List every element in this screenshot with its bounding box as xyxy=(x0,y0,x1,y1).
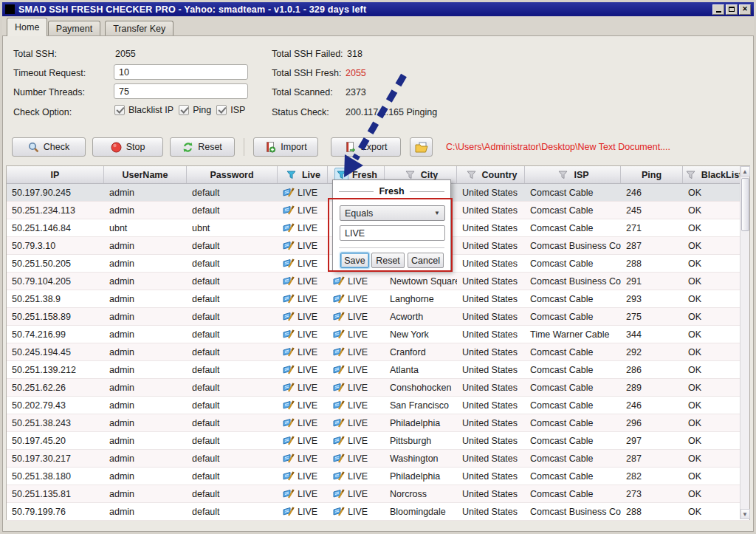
number-threads-input[interactable] xyxy=(114,83,248,99)
filter-funnel-icon-live[interactable] xyxy=(284,168,298,182)
cell-live: LIVE xyxy=(278,379,328,396)
filter-funnel-icon-blacklist[interactable] xyxy=(684,168,698,182)
cell-city: Washington xyxy=(385,450,457,467)
export-button[interactable]: Export xyxy=(331,137,401,157)
cell-fresh: LIVE xyxy=(328,432,385,449)
close-button[interactable]: ✕ xyxy=(739,4,751,15)
cell-password: default xyxy=(187,450,278,467)
vertical-scrollbar[interactable]: ▲ ▼ xyxy=(740,166,749,519)
cell-blacklist: OK xyxy=(683,184,743,201)
maximize-button[interactable] xyxy=(726,4,738,15)
cell-ping: 288 xyxy=(621,255,683,272)
total-ssh-value: 2055 xyxy=(115,49,136,59)
button-label: Export xyxy=(360,142,387,152)
cell-username: admin xyxy=(104,379,187,396)
cell-isp: Comcast Business Com... xyxy=(525,237,621,254)
tab-transfer-key[interactable]: Transfer Key xyxy=(105,21,173,36)
reset-button[interactable]: Reset xyxy=(170,137,235,157)
cell-ip: 50.251.135.81 xyxy=(7,485,104,502)
table-row[interactable]: 50.197.45.20admindefaultLIVELIVEPittsbur… xyxy=(7,432,749,450)
cell-ping: 287 xyxy=(621,237,683,254)
cell-blacklist: OK xyxy=(683,237,743,254)
table-row[interactable]: 50.202.79.43admindefaultLIVELIVESan Fran… xyxy=(7,397,749,414)
live-status-icon xyxy=(333,489,345,499)
cell-isp: Comcast Business Com... xyxy=(525,273,621,290)
tab-payment[interactable]: Payment xyxy=(48,21,100,36)
filter-cancel-button[interactable]: Cancel xyxy=(408,253,444,268)
table-row[interactable]: 50.74.216.99admindefaultLIVELIVENew York… xyxy=(7,326,749,343)
table-row[interactable]: 50.245.194.45admindefaultLIVELIVECranfor… xyxy=(7,343,749,361)
scroll-thumb[interactable] xyxy=(741,178,749,231)
window-title: SMAD SSH FRESH CHECKER PRO - Yahoo: smad… xyxy=(18,4,366,15)
table-row[interactable]: 50.251.38.243admindefaultLIVELIVEPhilade… xyxy=(7,414,749,432)
table-row[interactable]: 50.251.135.81admindefaultLIVELIVENorcros… xyxy=(7,485,749,503)
filter-reset-button[interactable]: Reset xyxy=(371,253,405,268)
checkbox-label: ISP xyxy=(230,105,245,115)
cell-password: default xyxy=(187,432,278,449)
import-icon xyxy=(264,141,276,153)
filter-funnel-icon-country[interactable] xyxy=(464,168,478,182)
table-row[interactable]: 50.251.38.9admindefaultLIVELIVELanghorne… xyxy=(7,290,749,308)
checkbox-ping[interactable]: Ping xyxy=(179,105,211,115)
check-button[interactable]: Check xyxy=(12,137,86,157)
scroll-down-button[interactable]: ▼ xyxy=(740,509,750,519)
checkbox-label: Blacklist IP xyxy=(128,105,173,115)
live-status-icon xyxy=(333,294,345,304)
cell-live: LIVE xyxy=(278,343,328,360)
stop-button[interactable]: Stop xyxy=(92,137,163,157)
filter-funnel-icon-isp[interactable] xyxy=(556,168,570,182)
magnifier-icon xyxy=(28,142,39,153)
cell-country: United States xyxy=(457,273,525,290)
table-row[interactable]: 50.251.158.89admindefaultLIVELIVEAcworth… xyxy=(7,308,749,326)
cell-isp: Comcast Cable xyxy=(525,432,621,449)
column-header-isp[interactable]: ISP xyxy=(525,166,621,183)
column-header-country[interactable]: Country xyxy=(457,166,525,183)
column-header-password[interactable]: Password xyxy=(187,166,278,183)
column-header-live[interactable]: Live xyxy=(278,166,328,183)
chevron-down-icon: ▼ xyxy=(434,210,440,216)
cell-country: United States xyxy=(457,343,525,360)
filter-operator-dropdown[interactable]: Equals ▼ xyxy=(340,205,445,221)
timeout-request-input[interactable] xyxy=(114,64,248,80)
import-button[interactable]: Import xyxy=(253,137,318,157)
cell-ip: 50.251.234.113 xyxy=(7,202,104,219)
live-status-icon xyxy=(333,347,345,357)
cell-city: Philadelphia xyxy=(385,414,457,431)
cell-city: Philadelphia xyxy=(385,468,457,485)
cell-blacklist: OK xyxy=(683,432,743,449)
browse-button[interactable] xyxy=(410,137,433,157)
column-header-label: IP xyxy=(51,170,60,180)
filter-save-button[interactable]: Save xyxy=(340,253,369,268)
status-check-value: 200.117.1.165 Pinging xyxy=(346,107,437,117)
cell-fresh: LIVE xyxy=(328,343,385,360)
scroll-up-button[interactable]: ▲ xyxy=(740,166,750,177)
column-header-blacklist[interactable]: BlackList xyxy=(683,166,743,183)
tab-home[interactable]: Home xyxy=(7,18,47,36)
checkbox-isp[interactable]: ISP xyxy=(216,105,245,115)
cell-ip: 50.251.50.205 xyxy=(7,255,104,272)
cell-isp: Comcast Cable xyxy=(525,255,621,272)
table-row[interactable]: 50.79.199.76admindefaultLIVELIVEBlooming… xyxy=(7,503,749,521)
live-status-icon xyxy=(283,507,295,517)
cell-password: default xyxy=(187,485,278,502)
filter-value-input[interactable] xyxy=(340,225,445,241)
cell-ip: 50.79.104.205 xyxy=(7,273,104,290)
minimize-button[interactable] xyxy=(712,4,724,15)
table-row[interactable]: 50.197.30.217admindefaultLIVELIVEWashing… xyxy=(7,450,749,468)
live-status-icon xyxy=(283,400,295,411)
column-header-ip[interactable]: IP xyxy=(7,166,104,183)
table-row[interactable]: 50.251.38.180admindefaultLIVELIVEPhilade… xyxy=(7,468,749,485)
cell-password: default xyxy=(187,184,278,201)
cell-ip: 50.251.38.180 xyxy=(7,468,104,485)
cell-isp: Comcast Cable xyxy=(525,184,621,201)
table-row[interactable]: 50.79.104.205admindefaultLIVELIVENewtown… xyxy=(7,273,749,290)
live-status-icon xyxy=(283,418,295,428)
table-row[interactable]: 50.251.139.212admindefaultLIVELIVEAtlant… xyxy=(7,361,749,379)
checkbox-blacklist-ip[interactable]: Blacklist IP xyxy=(114,105,173,115)
column-header-ping[interactable]: Ping xyxy=(621,166,683,183)
cell-country: United States xyxy=(457,432,525,449)
column-header-username[interactable]: UserName xyxy=(104,166,187,183)
table-row[interactable]: 50.251.62.26admindefaultLIVELIVEConshoho… xyxy=(7,379,749,397)
cell-city: Langhorne xyxy=(385,290,457,307)
cell-ping: 246 xyxy=(621,184,683,201)
